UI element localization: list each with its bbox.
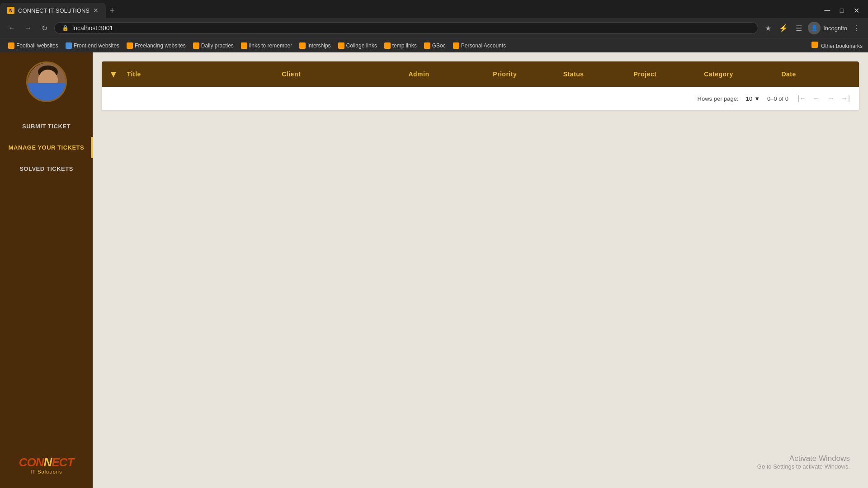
svg-point-2: [38, 66, 58, 78]
address-bar[interactable]: 🔒 localhost:3001: [54, 22, 758, 34]
col-header-project: Project: [634, 70, 704, 78]
first-page-button[interactable]: |←: [796, 92, 808, 105]
browser-controls: ← → ↻ 🔒 localhost:3001 ★ ⚡ ☰ 👤 Incognito…: [0, 18, 868, 38]
bookmark-interships[interactable]: interships: [297, 42, 333, 50]
bookmark-label-collage: Collage links: [346, 42, 377, 49]
bookmark-label-temp: temp links: [392, 42, 417, 49]
bookmark-label-frontend: Front end websites: [74, 42, 119, 49]
col-header-date: Date: [781, 70, 852, 78]
bookmark-icon-gsoc: [424, 42, 430, 49]
bookmark-label-links: links to remember: [249, 42, 292, 49]
bookmark-label-daily: Daily practies: [201, 42, 234, 49]
tab-bar: N CONNECT IT-SOLUTIONS ✕ + ─ □ ✕: [0, 0, 868, 18]
filter-icon[interactable]: ▼: [109, 69, 118, 80]
menu-button[interactable]: ⋮: [850, 22, 863, 34]
bookmark-icon-temp: [384, 42, 391, 49]
rows-select[interactable]: 10 ▼: [746, 95, 760, 102]
url-text: localhost:3001: [72, 24, 113, 32]
minimize-button[interactable]: ─: [821, 4, 834, 17]
svg-point-3: [33, 95, 62, 102]
bookmark-icon-links: [241, 42, 247, 49]
bookmark-star-button[interactable]: ★: [762, 22, 774, 34]
col-header-client: Client: [282, 70, 408, 78]
tab-favicon: N: [7, 7, 14, 14]
page-info: 0–0 of 0: [767, 95, 788, 102]
bookmark-label-football: Football websites: [16, 42, 58, 49]
bookmark-label-gsoc: GSoc: [432, 42, 446, 49]
bookmark-football[interactable]: Football websites: [5, 42, 61, 50]
incognito-label: Incognito: [823, 25, 847, 32]
bookmark-temp[interactable]: temp links: [382, 42, 420, 50]
bookmark-label-personal: Personal Accounts: [461, 42, 506, 49]
rows-per-page-label: Rows per page:: [698, 95, 739, 102]
bookmark-icon-personal: [453, 42, 459, 49]
app-container: SUBMIT TICKET MANAGE YOUR TICKETS SOLVED…: [0, 52, 868, 488]
bookmark-icon-frontend: [66, 42, 72, 49]
rows-value: 10: [746, 95, 752, 102]
lock-icon: 🔒: [62, 25, 69, 31]
bookmark-icon-football: [8, 42, 14, 49]
table-footer: Rows per page: 10 ▼ 0–0 of 0 |← ← → →|: [102, 87, 859, 110]
new-tab-button[interactable]: +: [106, 5, 118, 16]
active-tab[interactable]: N CONNECT IT-SOLUTIONS ✕: [0, 3, 106, 18]
main-content: ▼ Title Client Admin Priority Status Pro…: [93, 52, 868, 488]
browser-layout-button[interactable]: ☰: [793, 22, 805, 34]
bookmark-icon-collage: [338, 42, 344, 49]
profile-button[interactable]: 👤: [808, 22, 821, 34]
bookmark-frontend[interactable]: Front end websites: [63, 42, 122, 50]
activate-windows: Activate Windows Go to Settings to activ…: [757, 454, 850, 470]
col-header-status: Status: [563, 70, 634, 78]
last-page-button[interactable]: →|: [839, 92, 852, 105]
rows-dropdown-arrow: ▼: [754, 95, 760, 102]
avatar: [28, 63, 67, 102]
activate-windows-sub: Go to Settings to activate Windows.: [757, 463, 850, 470]
extensions-button[interactable]: ⚡: [777, 22, 790, 34]
svg-rect-4: [33, 97, 62, 102]
table-header: ▼ Title Client Admin Priority Status Pro…: [102, 61, 859, 87]
bookmark-icon-interships: [299, 42, 306, 49]
svg-point-1: [38, 70, 58, 90]
svg-point-6: [50, 78, 52, 81]
browser-actions: ★ ⚡ ☰ 👤 Incognito ⋮: [762, 22, 863, 34]
sidebar-item-solved-tickets[interactable]: SOLVED TICKETS: [0, 158, 93, 179]
next-page-button[interactable]: →: [825, 92, 837, 105]
bookmark-label-interships: interships: [307, 42, 330, 49]
bookmark-label-freelancing: Freelancing websites: [135, 42, 186, 49]
maximize-button[interactable]: □: [835, 4, 848, 17]
table-container: ▼ Title Client Admin Priority Status Pro…: [102, 61, 859, 110]
page-navigation: |← ← → →|: [796, 92, 852, 105]
bookmark-collage[interactable]: Collage links: [335, 42, 380, 50]
bookmark-icon-daily: [193, 42, 199, 49]
bookmarks-bar: Football websites Front end websites Fre…: [0, 38, 868, 52]
bookmark-daily[interactable]: Daily practies: [190, 42, 236, 50]
col-header-category: Category: [704, 70, 781, 78]
prev-page-button[interactable]: ←: [810, 92, 823, 105]
bookmark-other[interactable]: Other bookmarks: [811, 42, 863, 49]
col-header-priority: Priority: [493, 70, 563, 78]
bookmark-links[interactable]: links to remember: [238, 42, 295, 50]
bookmark-icon-freelancing: [127, 42, 133, 49]
sidebar-item-manage-tickets[interactable]: MANAGE YOUR TICKETS: [0, 137, 93, 158]
logo-text: CONNECT: [19, 456, 74, 468]
reload-button[interactable]: ↻: [38, 22, 51, 34]
profile-icon: 👤: [811, 25, 818, 31]
col-header-admin: Admin: [408, 70, 493, 78]
bookmark-freelancing[interactable]: Freelancing websites: [124, 42, 189, 50]
bookmark-personal[interactable]: Personal Accounts: [450, 42, 509, 50]
col-header-title: Title: [127, 70, 282, 78]
forward-button[interactable]: →: [22, 22, 34, 34]
avatar-container: [26, 61, 67, 102]
sidebar-item-submit-ticket[interactable]: SUBMIT TICKET: [0, 116, 93, 137]
tab-close-button[interactable]: ✕: [93, 7, 99, 14]
sidebar: SUBMIT TICKET MANAGE YOUR TICKETS SOLVED…: [0, 52, 93, 488]
back-button[interactable]: ←: [5, 22, 18, 34]
activate-windows-title: Activate Windows: [757, 454, 850, 463]
tab-title: CONNECT IT-SOLUTIONS: [18, 7, 90, 14]
close-button[interactable]: ✕: [850, 4, 863, 17]
browser-chrome: N CONNECT IT-SOLUTIONS ✕ + ─ □ ✕ ← → ↻ 🔒…: [0, 0, 868, 52]
sidebar-logo: CONNECT IT Solutions: [19, 456, 74, 474]
svg-point-5: [43, 78, 46, 81]
logo-subtitle: IT Solutions: [19, 469, 74, 474]
bookmark-icon-other: [811, 42, 818, 48]
bookmark-gsoc[interactable]: GSoc: [421, 42, 448, 50]
